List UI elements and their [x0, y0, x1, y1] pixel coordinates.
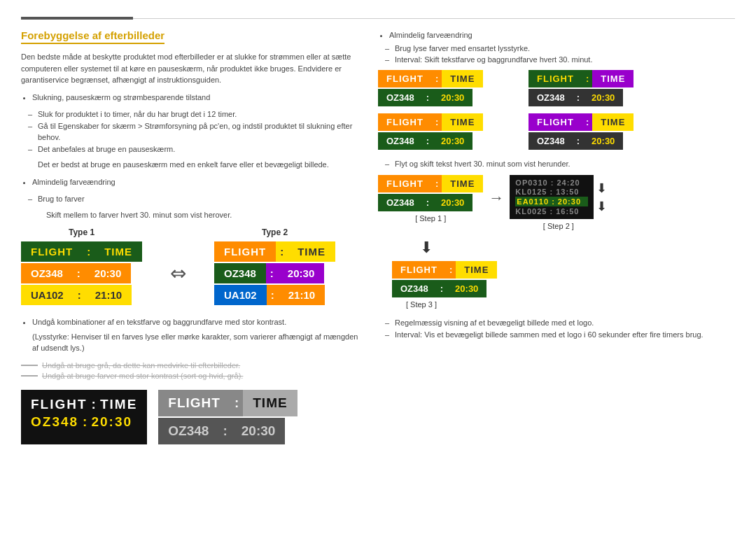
arrow-down-2: ⬇ [596, 199, 607, 214]
mb4-r-time: 20:30 [583, 132, 623, 150]
left-column: Forebyggelse af efterbilleder Den bedste… [21, 29, 364, 444]
t1-header-dot: : [83, 241, 94, 262]
s3-r-flight: OZ348 [392, 280, 437, 297]
mb2-r-dot: : [573, 89, 583, 106]
arrow-down-1: ⬇ [596, 181, 607, 196]
bg-row-dot: : [218, 418, 231, 444]
mb1-r-dot: : [423, 89, 433, 106]
mb1-r-time: 20:30 [433, 89, 472, 106]
bg-row-time: 20:30 [232, 418, 286, 444]
type1-block: Type 1 FLIGHT : TIME OZ348 : 20:30 [21, 227, 142, 305]
t1-row2-time: 21:10 [85, 285, 132, 305]
dash-2a2: Skift mellem to farver hvert 30. minut s… [46, 209, 364, 221]
mb2-r-time: 20:30 [583, 89, 623, 106]
s1-h-flight: FLIGHT [378, 175, 432, 192]
step2-scroll-board: OP0310 : 24:20 KL0125 : 13:50 EA0110 : 2… [510, 175, 594, 219]
t2-header-flight: FLIGHT [214, 241, 276, 262]
scroll-row-2: KL0125 : 13:50 [515, 188, 588, 196]
mb1-h-time: TIME [442, 70, 483, 87]
t1-header-time: TIME [94, 241, 142, 262]
s1-r-dot: : [423, 194, 433, 211]
dash-1c: Det anbefales at bruge en pauseskærm. [38, 143, 364, 155]
t1-row2-dot: : [74, 285, 85, 305]
t2-row2-time: 21:10 [279, 285, 325, 305]
right-column: Almindelig farveændring Brug lyse farver… [378, 29, 735, 444]
step2-label: [ Step 2 ] [543, 222, 574, 230]
dash-1a: Sluk for produktet i to timer, når du ha… [38, 108, 364, 120]
step3-label: [ Step 3 ] [406, 300, 437, 309]
top-line-divider [133, 18, 735, 19]
s3-h-time: TIME [456, 261, 497, 279]
mb3-r-dot: : [423, 132, 433, 150]
type2-label: Type 2 [262, 227, 288, 237]
t1-row1-dot: : [73, 263, 85, 283]
bb-row-time: 20:30 [91, 414, 132, 430]
step1-label: [ Step 1 ] [415, 214, 446, 223]
mb1-r-flight: OZ348 [378, 89, 423, 106]
step3-block: FLIGHT : TIME OZ348 : 20:30 [ Step 3 ] [392, 261, 735, 309]
step2-block: OP0310 : 24:20 KL0125 : 13:50 EA0110 : 2… [510, 175, 607, 230]
mb2-h-dot: : [582, 70, 592, 87]
bullet-item-2: Almindelig farveændring [32, 176, 364, 188]
t2-header-time: TIME [288, 241, 335, 262]
step1-block: FLIGHT : TIME OZ348 : 20:30 [ Step 1 ] [378, 175, 483, 223]
mb4-h-dot: : [582, 113, 592, 131]
top-line-accent [21, 17, 133, 20]
type2-block: Type 2 FLIGHT : TIME OZ348 : 20:30 [214, 227, 335, 305]
bullet-item-1: Slukning, pauseskærm og strømbesparende … [32, 92, 364, 104]
arrow-step-icon: → [489, 189, 504, 207]
bullet-3-sub: (Lysstyrke: Henviser til en farves lyse … [32, 331, 364, 354]
bb-header-dot: : [92, 397, 96, 412]
s1-r-flight: OZ348 [378, 194, 423, 211]
mb2-r-flight: OZ348 [528, 89, 573, 106]
t1-row2-flight: UA102 [21, 285, 74, 305]
mini-board-3: FLIGHT : TIME OZ348 : 20:30 [378, 113, 522, 150]
dash-scroll-text: Flyt og skift tekst hvert 30. minut som … [395, 158, 735, 170]
type2-board: FLIGHT : TIME OZ348 : 20:30 UA102 : 21 [214, 241, 335, 305]
scroll-row-1: OP0310 : 24:20 [515, 178, 588, 187]
s3-r-dot: : [437, 280, 447, 297]
mb3-h-dot: : [432, 113, 442, 131]
s1-h-time: TIME [442, 175, 483, 192]
type1-board: FLIGHT : TIME OZ348 : 20:30 UA102 : 21 [21, 241, 142, 305]
bb-row-flight: OZ348 [31, 414, 78, 430]
t1-row1-flight: OZ348 [21, 263, 73, 283]
bb-header-time: TIME [100, 397, 137, 412]
right-dash-1: Brug lyse farver med ensartet lysstyrke. [395, 43, 735, 55]
scroll-row-4: KL0025 : 16:50 [515, 207, 588, 216]
mb4-r-dot: : [573, 132, 583, 150]
dash-2a: Brug to farver [38, 193, 364, 205]
bottom-board-gray: FLIGHT : TIME OZ348 : 20:30 [158, 390, 297, 444]
right-dash-2: Interval: Skift tekstfarve og baggrundfa… [395, 54, 735, 66]
mb3-h-flight: FLIGHT [378, 113, 432, 131]
t2-row2-flight: UA102 [214, 285, 267, 305]
mb4-h-time: TIME [592, 113, 634, 131]
t2-row1-time: 20:30 [278, 263, 324, 283]
mb3-r-flight: OZ348 [378, 132, 423, 150]
bg-header-dot: : [230, 390, 243, 416]
mini-board-2: FLIGHT : TIME OZ348 : 20:30 [528, 70, 672, 106]
mb2-h-time: TIME [592, 70, 634, 87]
mb4-r-flight: OZ348 [528, 132, 573, 150]
type1-label: Type 1 [69, 227, 94, 237]
mb2-h-flight: FLIGHT [528, 70, 582, 87]
arrow-down-step3: ⬇ [420, 239, 433, 257]
mini-board-4: FLIGHT : TIME OZ348 : 20:30 [528, 113, 672, 150]
scroll-arrows: ⬇ ⬇ [596, 175, 607, 219]
s1-r-time: 20:30 [433, 194, 472, 211]
bb-row-dot: : [83, 414, 87, 430]
t1-header-flight: FLIGHT [21, 241, 83, 262]
mini-board-1: FLIGHT : TIME OZ348 : 20:30 [378, 70, 522, 106]
t1-row1-time: 20:30 [85, 263, 131, 283]
right-bullet-main: Almindelig farveændring [389, 29, 735, 41]
dash-logo2: Interval: Vis et bevægeligt billede samm… [395, 329, 735, 341]
t2-header-dot: : [276, 241, 288, 262]
scroll-row-3: EA0110 : 20:30 [515, 197, 588, 206]
s1-h-dot: : [432, 175, 442, 192]
dash-1c2: Det er bedst at bruge en pauseskærm med … [38, 159, 364, 171]
intro-text: Den bedste måde at beskytte produktet mo… [21, 51, 364, 86]
bg-header-time: TIME [243, 390, 297, 416]
arrow-swap-icon: ⇔ [170, 262, 186, 285]
divider-2 [21, 375, 38, 377]
section-title: Forebyggelse af efterbilleder [21, 29, 164, 44]
